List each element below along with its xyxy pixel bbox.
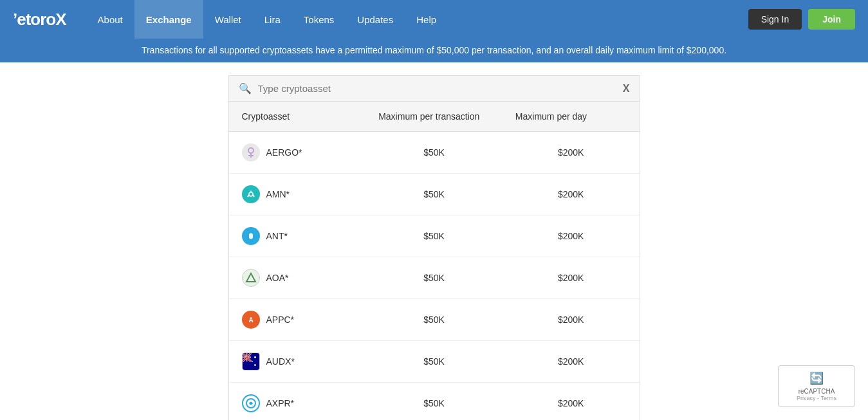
cell-audx-max-day: $200K [503,345,640,378]
cell-appc-max-day: $200K [503,303,640,336]
cell-ant-max-day: $200K [503,219,640,253]
table-header: Cryptoasset Maximum per transaction Maxi… [229,102,640,132]
main-content: 🔍 X Cryptoasset Maximum per transaction … [0,62,868,420]
aoa-icon [242,269,260,287]
close-button[interactable]: X [623,83,630,95]
cell-axpr-max-day: $200K [503,387,640,420]
search-input[interactable] [258,83,623,94]
table-row: AXPR* $50K $200K [229,383,640,420]
col-cryptoasset: Cryptoasset [229,102,366,131]
axpr-icon [242,394,260,412]
cell-crypto-aergo: AERGO* [229,132,366,173]
cell-crypto-amn: AMN* [229,174,366,215]
table-row: ANT* $50K $200K [229,215,640,257]
main-header: ’etoroX About Exchange Wallet Lira Token… [0,0,868,39]
appc-icon: A [242,311,260,329]
header-actions: Sign In Join [748,9,855,30]
filter-panel: 🔍 X Cryptoasset Maximum per transaction … [228,75,640,420]
nav-wallet[interactable]: Wallet [203,0,253,39]
cell-amn-max-tx: $50K [365,178,503,211]
svg-text:A: A [248,316,253,324]
aergo-name: AERGO* [266,147,302,158]
audx-icon [242,352,260,370]
cell-audx-max-tx: $50K [365,345,503,378]
nav-tokens[interactable]: Tokens [292,0,346,39]
nav-exchange[interactable]: Exchange [134,0,203,39]
logo[interactable]: ’etoroX [13,10,67,30]
nav-about[interactable]: About [86,0,134,39]
cell-aergo-max-tx: $50K [365,136,503,169]
ant-icon [242,227,260,245]
cell-axpr-max-tx: $50K [365,387,503,420]
cell-crypto-ant: ANT* [229,215,366,257]
search-bar: 🔍 X [229,76,640,102]
banner-text: Transactions for all supported cryptoass… [142,45,726,55]
nav-lira[interactable]: Lira [253,0,292,39]
svg-rect-18 [243,358,251,358]
audx-name: AUDX* [266,356,295,367]
crypto-name-aoa: AOA* [242,269,353,287]
info-banner: Transactions for all supported cryptoass… [0,39,868,62]
cell-aergo-max-day: $200K [503,136,640,169]
table-row: A APPC* $50K $200K [229,299,640,341]
cell-crypto-appc: A APPC* [229,299,366,340]
svg-point-19 [254,356,256,358]
crypto-name-audx: AUDX* [242,352,353,370]
cell-aoa-max-tx: $50K [365,261,503,295]
cell-crypto-aoa: AOA* [229,257,366,298]
cell-appc-max-tx: $50K [365,303,503,336]
recaptcha-logo: 🔄 [786,371,847,385]
recaptcha-label: reCAPTCHA [786,388,847,395]
aergo-icon [242,143,260,161]
nav-help[interactable]: Help [405,0,448,39]
recaptcha-links: Privacy - Terms [786,395,847,401]
cell-crypto-axpr: AXPR* [229,383,366,420]
amn-name: AMN* [266,189,290,199]
table-row: AUDX* $50K $200K [229,341,640,383]
svg-point-20 [254,364,256,366]
cell-crypto-audx: AUDX* [229,341,366,382]
main-nav: About Exchange Wallet Lira Tokens Update… [86,0,748,39]
svg-point-21 [251,361,252,362]
table-row: AERGO* $50K $200K [229,132,640,174]
ant-name: ANT* [266,231,288,241]
amn-icon [242,185,260,203]
aoa-name: AOA* [266,273,289,283]
cell-amn-max-day: $200K [503,178,640,211]
cell-aoa-max-day: $200K [503,261,640,295]
signin-button[interactable]: Sign In [748,9,802,30]
crypto-name-appc: A APPC* [242,311,353,329]
table-row: AMN* $50K $200K [229,174,640,215]
search-icon: 🔍 [239,82,252,95]
recaptcha-badge: 🔄 reCAPTCHA Privacy - Terms [778,365,855,407]
crypto-name-amn: AMN* [242,185,353,203]
table-body: AERGO* $50K $200K AMN* $50K $200K [229,132,640,420]
svg-marker-6 [246,273,255,282]
join-button[interactable]: Join [808,9,855,30]
logo-text: ’etoro [13,10,55,30]
crypto-name-aergo: AERGO* [242,143,353,161]
cell-ant-max-tx: $50K [365,219,503,253]
nav-updates[interactable]: Updates [346,0,405,39]
svg-point-0 [248,148,254,153]
appc-name: APPC* [266,315,295,325]
svg-point-4 [249,192,253,196]
col-max-day: Maximum per day [503,102,640,131]
logo-x: X [55,10,66,30]
col-max-tx: Maximum per transaction [365,102,503,131]
table-row: AOA* $50K $200K [229,257,640,299]
axpr-name: AXPR* [266,398,295,408]
crypto-name-axpr: AXPR* [242,394,353,412]
crypto-name-ant: ANT* [242,227,353,245]
